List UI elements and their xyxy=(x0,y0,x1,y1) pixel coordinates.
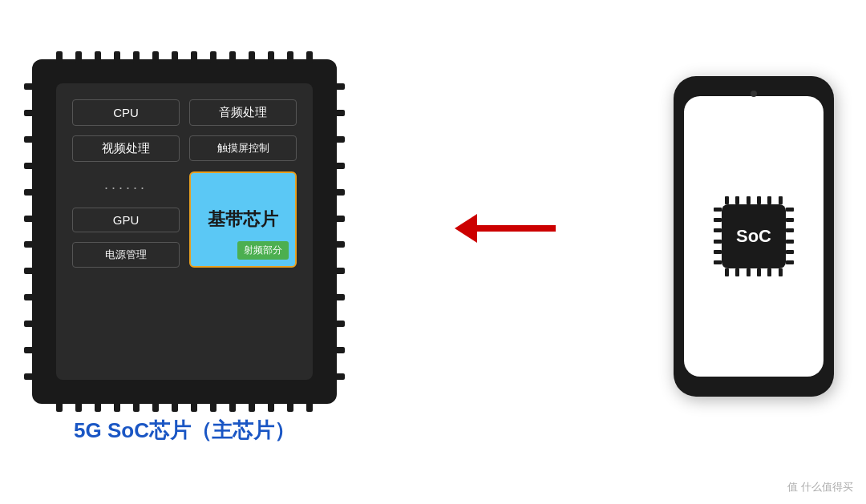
soc-pin xyxy=(767,196,771,204)
soc-pin xyxy=(735,196,739,204)
chip-inner: CPU 音频处理 视频处理 触摸屏控制 ...... GPU 基带芯片 射频部分… xyxy=(56,83,313,380)
soc-middle-row: SoC xyxy=(714,204,794,268)
soc-pin xyxy=(786,250,794,254)
soc-pin xyxy=(714,218,722,222)
gpu-label: GPU xyxy=(72,208,180,232)
pin xyxy=(24,268,35,274)
pin xyxy=(24,163,35,169)
pin xyxy=(334,189,345,196)
pin xyxy=(191,51,197,62)
arrow-container xyxy=(455,214,556,243)
pin xyxy=(75,51,82,62)
audio-label: 音频处理 xyxy=(189,99,297,126)
pin xyxy=(249,401,255,412)
pin xyxy=(334,163,345,169)
pin xyxy=(24,110,35,116)
pin xyxy=(249,51,255,62)
pin xyxy=(24,136,35,143)
pin xyxy=(334,241,345,248)
soc-pin xyxy=(725,196,729,204)
soc-pin xyxy=(757,268,761,276)
pin xyxy=(210,401,216,412)
pin xyxy=(268,401,274,412)
soc-pins-left xyxy=(714,204,722,268)
pin xyxy=(334,136,345,143)
pin xyxy=(95,401,101,412)
soc-pins-right xyxy=(786,204,794,268)
pin xyxy=(334,110,345,116)
video-label: 视频处理 xyxy=(72,135,180,162)
pins-right xyxy=(334,83,345,380)
phone: SoC xyxy=(674,76,834,397)
soc-pin xyxy=(714,228,722,232)
pin xyxy=(133,51,140,62)
pin xyxy=(152,401,159,412)
pin xyxy=(24,83,35,90)
soc-pin xyxy=(714,260,722,264)
pin xyxy=(114,401,120,412)
arrow-shaft xyxy=(475,225,556,232)
pin xyxy=(114,51,120,62)
pin xyxy=(268,51,274,62)
phone-section: SoC xyxy=(674,76,834,397)
soc-pin xyxy=(767,268,771,276)
pins-left xyxy=(24,83,35,380)
pin xyxy=(334,268,345,274)
soc-pin xyxy=(786,208,794,212)
pin xyxy=(334,294,345,300)
soc-pins-bottom xyxy=(722,268,786,276)
pin xyxy=(287,401,293,412)
pin xyxy=(24,189,35,196)
soc-pin xyxy=(714,250,722,254)
pin xyxy=(172,51,178,62)
pin xyxy=(95,51,101,62)
soc-pin xyxy=(725,268,729,276)
rf-badge: 射频部分 xyxy=(237,241,289,260)
pin xyxy=(306,401,313,412)
pins-bottom xyxy=(56,401,313,412)
soc-pin xyxy=(714,240,722,244)
soc-pin xyxy=(786,260,794,264)
soc-pin xyxy=(735,268,739,276)
soc-text: SoC xyxy=(736,226,771,247)
soc-pin xyxy=(786,218,794,222)
power-label: 电源管理 xyxy=(72,242,180,268)
pin xyxy=(287,51,293,62)
baseband-area: 基带芯片 射频部分 xyxy=(189,171,297,268)
pin xyxy=(24,294,35,300)
pin xyxy=(210,51,216,62)
pin xyxy=(334,373,345,380)
pin xyxy=(24,216,35,222)
soc-pin xyxy=(786,228,794,232)
pin xyxy=(191,401,197,412)
arrow-head xyxy=(455,214,477,243)
pin xyxy=(152,51,159,62)
pin xyxy=(229,401,236,412)
pin xyxy=(334,321,345,327)
soc-chip-wrapper: SoC xyxy=(714,196,794,276)
cpu-label: CPU xyxy=(72,99,180,126)
pin xyxy=(24,321,35,327)
pin xyxy=(334,83,345,90)
pin xyxy=(133,401,140,412)
soc-pin xyxy=(714,208,722,212)
soc-pin xyxy=(786,240,794,244)
pin xyxy=(24,373,35,380)
dots-label: ...... xyxy=(72,171,180,198)
soc-pin xyxy=(757,196,761,204)
pin xyxy=(56,51,63,62)
pin xyxy=(334,347,345,353)
soc-pin xyxy=(779,268,783,276)
pin xyxy=(172,401,178,412)
baseband-title: 基带芯片 xyxy=(208,208,278,232)
pin xyxy=(306,51,313,62)
soc-pin xyxy=(747,268,751,276)
phone-camera xyxy=(751,91,757,97)
phone-screen: SoC xyxy=(684,96,824,377)
left-section: CPU 音频处理 视频处理 触摸屏控制 ...... GPU 基带芯片 射频部分… xyxy=(32,59,337,445)
pins-top xyxy=(56,51,313,62)
pin xyxy=(229,51,236,62)
chip-board: CPU 音频处理 视频处理 触摸屏控制 ...... GPU 基带芯片 射频部分… xyxy=(32,59,337,404)
pin xyxy=(24,347,35,353)
pin xyxy=(24,241,35,248)
